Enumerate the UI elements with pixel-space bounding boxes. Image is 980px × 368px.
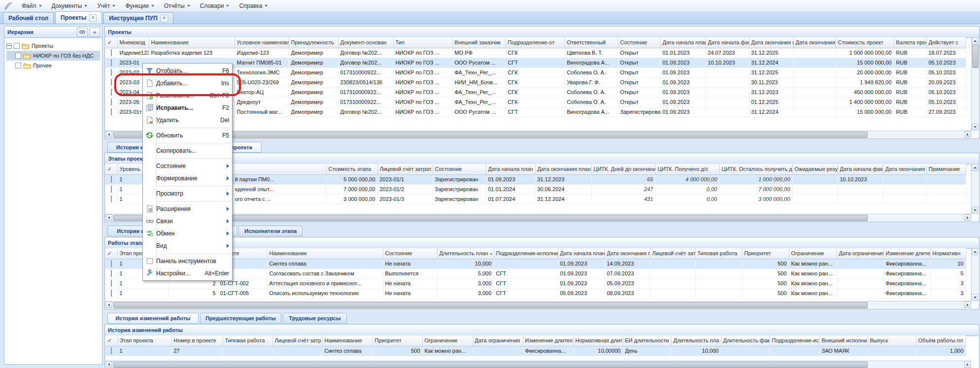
column-header[interactable]: Длительность фак: [721, 335, 770, 346]
cell[interactable]: 18.07.2023: [926, 48, 966, 58]
row-checkbox[interactable]: [111, 176, 112, 183]
cell[interactable]: 017310000922...: [338, 97, 393, 107]
tab-инструкции-пуп[interactable]: Инструкции ПУП×: [103, 12, 173, 24]
menu-справка[interactable]: Справка: [234, 1, 272, 11]
cell[interactable]: [792, 194, 838, 204]
scroll-right-icon[interactable]: [964, 361, 971, 368]
column-header[interactable]: Дата ограничения: [837, 248, 883, 259]
cell[interactable]: Вектор-АЦ: [235, 87, 289, 97]
column-header[interactable]: Типовая работа: [223, 335, 272, 346]
context-menu-item-исправить[interactable]: Исправить...F2: [143, 101, 232, 114]
projects-vertical-scrollbar[interactable]: [971, 37, 979, 131]
cell[interactable]: 31.12.2025: [749, 48, 793, 58]
scroll-left-icon[interactable]: [105, 131, 112, 137]
cell[interactable]: [792, 174, 838, 184]
cell[interactable]: СГТ: [494, 268, 558, 278]
cell[interactable]: 1 000 000,00: [719, 174, 792, 184]
cell[interactable]: 20.09.2023: [926, 77, 966, 87]
cell[interactable]: Фиксированна...: [883, 278, 930, 288]
column-header[interactable]: Ожидаемые резул: [792, 164, 838, 174]
tree-item-прочее[interactable]: Прочее: [6, 61, 100, 70]
cell[interactable]: Демопример: [289, 67, 338, 77]
cell[interactable]: 01-СГТ-005: [218, 288, 267, 298]
cell[interactable]: 01.07.2024: [486, 194, 535, 204]
cell[interactable]: 500: [742, 259, 789, 268]
table-row[interactable]: 1▶еденной опыт...7 000 000,002023-01/2За…: [105, 184, 966, 194]
column-header[interactable]: Действует с: [926, 37, 966, 48]
cell[interactable]: Открыт: [618, 97, 660, 107]
context-menu-item-просмотр[interactable]: Просмотр: [143, 187, 232, 200]
context-menu-item-вид[interactable]: Вид: [143, 239, 232, 252]
scroll-down-icon[interactable]: [972, 294, 978, 301]
table-row[interactable]: 2023-01Магнит ПМ085-01ДемопримерДоговор …: [105, 58, 966, 67]
close-icon[interactable]: ×: [89, 14, 97, 22]
cell[interactable]: 2023-01/2: [377, 184, 433, 194]
cell[interactable]: 10,00000: [573, 346, 623, 356]
cell[interactable]: [883, 194, 926, 204]
column-header[interactable]: Внешний исполни: [819, 335, 868, 346]
cell[interactable]: Открыт: [618, 87, 660, 97]
column-header[interactable]: Дата начала факт.: [838, 164, 883, 174]
scroll-left-icon[interactable]: [105, 214, 112, 221]
cell[interactable]: Магнит ПМ085-01: [235, 58, 289, 67]
cell[interactable]: [883, 184, 926, 194]
cell[interactable]: Зарегистрирован: [433, 184, 486, 194]
cell[interactable]: [706, 87, 749, 97]
cell[interactable]: 65: [591, 174, 655, 184]
cell[interactable]: 1,000: [916, 346, 966, 356]
column-header[interactable]: Изменение длител: [523, 335, 573, 346]
menu-отчёты[interactable]: Отчёты: [159, 1, 195, 11]
cell[interactable]: Фиксированна...: [523, 346, 573, 356]
scroll-up-icon[interactable]: [972, 248, 978, 255]
cell[interactable]: 31.12.2025: [749, 67, 793, 77]
menu-учёт[interactable]: Учёт: [92, 1, 120, 11]
scroll-left-icon[interactable]: [105, 301, 112, 308]
cell[interactable]: Как можно ран...: [789, 278, 837, 288]
cell[interactable]: Как можно ран...: [789, 259, 837, 268]
row-checkbox[interactable]: [111, 260, 112, 267]
cell[interactable]: 30.06.2024: [535, 184, 591, 194]
column-header[interactable]: Состояние: [383, 248, 437, 259]
cell[interactable]: [792, 184, 838, 194]
cell[interactable]: НИИ_НМ_Бочв...: [452, 77, 506, 87]
cell[interactable]: [650, 288, 695, 298]
cell[interactable]: RUB: [894, 97, 926, 107]
cell[interactable]: Как можно ран...: [422, 346, 473, 356]
cell[interactable]: 31.12.2024: [535, 194, 591, 204]
column-header[interactable]: Ограничение: [422, 335, 473, 346]
menu-функции[interactable]: Функции: [120, 1, 159, 11]
cell[interactable]: 3 000 000,00: [326, 194, 377, 204]
collapse-icon[interactable]: «: [89, 28, 100, 37]
cell[interactable]: МО РФ: [452, 48, 506, 58]
cell[interactable]: Договор №202...: [338, 58, 393, 67]
cell[interactable]: [706, 97, 749, 107]
column-header[interactable]: Изменение длител: [883, 248, 930, 259]
row-checkbox[interactable]: [111, 280, 112, 287]
cell[interactable]: ▶еденной опыт...: [228, 184, 326, 194]
column-header[interactable]: Этап проекта: [117, 335, 171, 346]
cell[interactable]: Виноградова А...: [565, 58, 618, 67]
cell[interactable]: 01.09.2023: [486, 174, 535, 184]
tree-checkbox[interactable]: [15, 63, 21, 68]
scroll-up-icon[interactable]: [972, 164, 978, 171]
tree-item-проекты[interactable]: Проекты: [6, 41, 100, 51]
cell[interactable]: 905-U020-23/269: [235, 77, 289, 87]
cell[interactable]: [695, 278, 742, 288]
cell[interactable]: 15 000 000,00: [836, 107, 894, 117]
cell[interactable]: 2023-01/1: [377, 174, 433, 184]
column-header[interactable]: Документ-основан: [338, 37, 393, 48]
column-header[interactable]: Дата окончания план: [605, 248, 650, 259]
cell[interactable]: [793, 107, 836, 117]
column-header[interactable]: Условное наименова: [235, 37, 289, 48]
cell[interactable]: Как можно ран...: [789, 268, 837, 278]
cell[interactable]: [837, 259, 883, 268]
column-header[interactable]: Типовая работа: [695, 248, 742, 259]
cell[interactable]: 27.09.2023: [926, 107, 966, 117]
row-checkbox[interactable]: [111, 186, 112, 193]
column-header[interactable]: Нормативн: [930, 248, 966, 259]
cell[interactable]: СГТ: [506, 58, 565, 67]
cell[interactable]: RUB: [894, 58, 926, 67]
cell[interactable]: Уварова Г. Ф.: [565, 77, 618, 87]
close-icon[interactable]: ×: [161, 15, 168, 22]
cell[interactable]: Не начата: [383, 288, 437, 298]
